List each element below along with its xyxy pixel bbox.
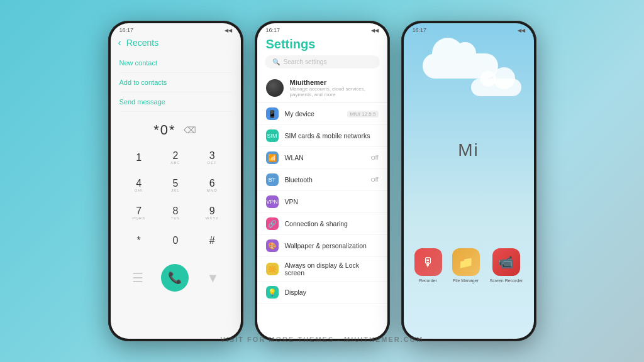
dial-key-5[interactable]: 5JKL <box>162 173 189 197</box>
settings-item-wallpaper[interactable]: 🎨 Wallpaper & personalization <box>257 235 387 257</box>
app-dock: 🎙 Recorder 📁 File Manager 📹 Screen Recor… <box>404 160 534 289</box>
status-bar-1: 16:17 ◀◀ <box>111 23 241 35</box>
dial-key-1[interactable]: 1 <box>125 146 153 170</box>
dialpad: 1 2ABC 3DEF 4GHI 5JKL 6MNO 7PQRS 8TUV 9W… <box>111 143 241 259</box>
dialer-display: *0* ⌫ <box>111 112 241 143</box>
connection-label: Connection & sharing <box>285 220 379 228</box>
vpn-label: VPN <box>285 198 379 206</box>
settings-item-wlan[interactable]: 📶 WLAN Off <box>257 147 387 169</box>
user-avatar <box>266 79 284 97</box>
dial-key-hash[interactable]: # <box>198 229 226 253</box>
settings-user-row[interactable]: Miuithemer Manage accounts, cloud servic… <box>257 74 387 103</box>
dial-row-1: 1 2ABC 3DEF <box>121 146 231 170</box>
files-icon: 📁 <box>452 248 480 276</box>
sim-label: SIM cards & mobile networks <box>285 132 379 140</box>
settings-title: Settings <box>257 35 387 55</box>
sim-icon: SIM <box>266 129 279 142</box>
mydevice-icon: 📱 <box>266 107 279 120</box>
dial-key-3[interactable]: 3DEF <box>198 146 226 170</box>
search-placeholder: Search settings <box>284 58 327 65</box>
recents-header: ‹ Recents <box>111 35 241 53</box>
aod-label: Always on display & Lock screen <box>285 261 379 277</box>
wallpaper-icon: 🎨 <box>266 239 279 252</box>
recorder-icon: 🎙 <box>414 248 442 276</box>
recents-menu: New contact Add to contacts Send message <box>111 53 241 112</box>
recents-item-new-contact[interactable]: New contact <box>119 53 232 73</box>
mydevice-label: My device <box>285 110 341 118</box>
dial-key-0[interactable]: 0 <box>162 229 189 253</box>
app-files[interactable]: 📁 File Manager <box>452 248 480 283</box>
call-bar: ☰ 📞 ▼ <box>111 259 241 294</box>
user-sub: Manage accounts, cloud services, payment… <box>290 86 379 97</box>
status-icons-3: ◀◀ <box>518 28 525 33</box>
status-icons-2: ◀◀ <box>371 28 379 33</box>
status-icons-1: ◀◀ <box>225 28 232 33</box>
cloud-area: Mi <box>404 35 534 160</box>
mi-text: Mi <box>458 140 479 160</box>
wlan-label: WLAN <box>285 154 365 162</box>
app-recorder[interactable]: 🎙 Recorder <box>414 248 442 283</box>
search-icon: 🔍 <box>272 58 280 65</box>
menu-icon[interactable]: ☰ <box>132 270 143 285</box>
delete-button[interactable]: ⌫ <box>184 125 197 135</box>
sim-icon[interactable]: ▼ <box>206 271 219 285</box>
dial-row-3: 7PQRS 8TUV 9WXYZ <box>121 201 231 225</box>
status-bar-3: 16:17 ◀◀ <box>404 23 534 35</box>
settings-item-mydevice[interactable]: 📱 My device MIUI 12.5.5 <box>257 103 387 125</box>
call-button[interactable]: 📞 <box>161 264 189 292</box>
search-bar[interactable]: 🔍 Search settings <box>265 55 380 69</box>
settings-item-display[interactable]: 💡 Display <box>257 282 387 304</box>
back-arrow-icon[interactable]: ‹ <box>118 37 121 48</box>
screenrecorder-icon: 📹 <box>492 248 520 276</box>
time-3: 16:17 <box>413 27 427 33</box>
recents-item-send-message[interactable]: Send message <box>119 92 232 112</box>
recents-title: Recents <box>126 38 158 48</box>
screenrecorder-label: Screen Recorder <box>490 278 523 283</box>
cloud-decoration-4 <box>480 71 496 87</box>
settings-item-vpn[interactable]: VPN VPN <box>257 191 387 213</box>
vpn-icon: VPN <box>266 195 279 208</box>
bluetooth-label: Bluetooth <box>285 176 365 184</box>
wallpaper-label: Wallpaper & personalization <box>285 242 379 250</box>
bluetooth-value: Off <box>371 177 379 183</box>
settings-item-connection[interactable]: 🔗 Connection & sharing <box>257 213 387 235</box>
settings-item-sim[interactable]: SIM SIM cards & mobile networks <box>257 125 387 147</box>
time-2: 16:17 <box>266 27 280 33</box>
phone-dialer: 16:17 ◀◀ ‹ Recents New contact Add to co… <box>108 21 243 341</box>
mydevice-badge: MIUI 12.5.5 <box>347 111 378 118</box>
bluetooth-icon: BT <box>266 173 279 186</box>
settings-item-bluetooth[interactable]: BT Bluetooth Off <box>257 169 387 191</box>
recents-item-add-contact[interactable]: Add to contacts <box>119 73 232 92</box>
watermark-text: VISIT FOR MORE THEMES - MIUITHEMER.COM <box>221 336 424 343</box>
display-icon: 💡 <box>266 286 279 299</box>
files-label: File Manager <box>453 278 479 283</box>
connection-icon: 🔗 <box>266 217 279 230</box>
dial-key-8[interactable]: 8TUV <box>162 201 189 225</box>
wlan-value: Off <box>371 155 379 161</box>
wlan-icon: 📶 <box>266 151 279 164</box>
user-info: Miuithemer Manage accounts, cloud servic… <box>290 79 379 97</box>
phone-home: 16:17 ◀◀ Mi 🎙 Recorder 📁 File Manager 📹 <box>401 21 536 341</box>
dial-key-4[interactable]: 4GHI <box>125 173 153 197</box>
dial-key-6[interactable]: 6MNO <box>198 173 226 197</box>
dial-row-4: * 0 # <box>121 229 231 253</box>
aod-icon: 🔆 <box>266 263 279 275</box>
status-bar-2: 16:17 ◀◀ <box>257 23 387 35</box>
user-name: Miuithemer <box>290 79 379 86</box>
display-label: Display <box>285 288 379 296</box>
cloud-decoration-3 <box>493 67 515 89</box>
settings-item-aod[interactable]: 🔆 Always on display & Lock screen <box>257 257 387 282</box>
dial-key-9[interactable]: 9WXYZ <box>198 201 226 225</box>
app-screen-recorder[interactable]: 📹 Screen Recorder <box>490 248 523 283</box>
phone-settings: 16:17 ◀◀ Settings 🔍 Search settings Miui… <box>255 21 390 341</box>
dial-row-2: 4GHI 5JKL 6MNO <box>121 173 231 197</box>
time-1: 16:17 <box>119 27 134 33</box>
dial-key-2[interactable]: 2ABC <box>162 146 189 170</box>
dial-key-7[interactable]: 7PQRS <box>125 201 153 225</box>
recorder-label: Recorder <box>419 278 437 283</box>
dial-key-star[interactable]: * <box>125 229 153 253</box>
